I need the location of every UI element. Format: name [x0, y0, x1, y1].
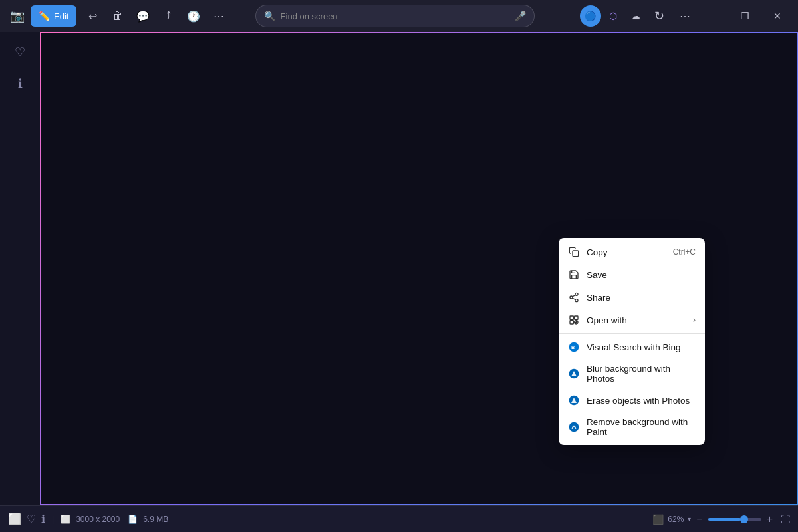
zoom-out-button[interactable]: −: [695, 513, 704, 525]
open-with-arrow: ›: [693, 315, 696, 325]
copy-label: Copy: [587, 247, 608, 257]
svg-rect-45: [370, 379, 383, 421]
share-icon: [568, 291, 580, 303]
context-menu: Copy Ctrl+C Save: [559, 238, 705, 445]
search-bar: 🔍 🎤: [255, 5, 535, 27]
zoom-thumb: [740, 515, 748, 523]
context-menu-copy[interactable]: Copy Ctrl+C: [559, 241, 705, 263]
open-with-label: Open with: [587, 315, 627, 325]
svg-point-57: [570, 296, 573, 299]
svg-point-38: [271, 364, 296, 376]
context-menu-share[interactable]: Share: [559, 286, 705, 309]
svg-rect-62: [575, 316, 578, 319]
save-icon: [568, 269, 580, 281]
save-label: Save: [587, 270, 607, 280]
svg-rect-49: [374, 324, 394, 328]
main-container: ♡ ℹ: [0, 32, 798, 505]
app-icon: 📷: [5, 4, 29, 28]
delete-button[interactable]: 🗑: [106, 4, 130, 28]
svg-rect-61: [570, 316, 573, 319]
photos-blur-icon: [568, 368, 580, 380]
statusbar-screen-icon[interactable]: ⬛: [652, 514, 664, 525]
sidebar-icon-2[interactable]: ℹ: [5, 69, 35, 98]
open-with-icon: [568, 314, 580, 326]
share-label: Share: [587, 293, 610, 303]
restore-button[interactable]: ❐: [730, 5, 761, 27]
context-menu-divider-1: [559, 333, 705, 334]
more-button[interactable]: ⋯: [673, 4, 697, 28]
erase-objects-label: Erase objects with Photos: [587, 396, 690, 406]
statusbar-dimensions: 3000 x 2000: [76, 515, 120, 524]
svg-rect-55: [573, 251, 579, 257]
share-button[interactable]: ⤴: [156, 4, 180, 28]
title-bar-left: 📷 ✏️ Edit ↩ 🗑 💬 ⤴ 🕐 ⋯: [5, 4, 231, 28]
image-viewer: Copy Ctrl+C Save: [40, 32, 798, 505]
svg-line-59: [573, 298, 576, 300]
context-menu-visual-search[interactable]: B Visual Search with Bing: [559, 336, 705, 358]
icon-button-1[interactable]: 🔵: [580, 5, 601, 27]
blur-bg-label: Blur background with Photos: [587, 364, 696, 384]
edit-button[interactable]: ✏️ Edit: [31, 5, 76, 27]
statusbar-icon-1[interactable]: ⬜: [8, 513, 21, 525]
svg-text:B: B: [571, 344, 575, 350]
copy-shortcut: Ctrl+C: [673, 247, 696, 257]
context-menu-erase-objects[interactable]: Erase objects with Photos: [559, 389, 705, 412]
zoom-fill: [708, 518, 741, 521]
svg-rect-53: [40, 32, 798, 35]
svg-rect-63: [570, 321, 573, 324]
left-sidebar: ♡ ℹ: [0, 32, 40, 505]
statusbar-zoom-value: 62%: [668, 515, 684, 524]
copy-icon: [568, 246, 580, 258]
icon-button-2[interactable]: ⬡: [602, 5, 624, 27]
svg-point-44: [367, 287, 402, 318]
statusbar-dimensions-icon: ⬜: [61, 515, 70, 524]
paint-remove-icon: [568, 421, 580, 433]
visual-search-label: Visual Search with Bing: [587, 342, 681, 352]
expand-icon[interactable]: ⛶: [781, 514, 790, 525]
zoom-control: ⬛ 62% ▾ − + ⛶: [652, 513, 790, 525]
svg-rect-52: [40, 32, 88, 505]
svg-rect-46: [386, 379, 398, 421]
mic-icon[interactable]: 🎤: [515, 11, 526, 21]
title-bar-right: 🔵 ⬡ ☁ ↻ ⋯ — ❐ ✕: [580, 4, 793, 28]
chevron-down-icon[interactable]: ▾: [688, 515, 691, 523]
zoom-slider[interactable]: [708, 518, 761, 521]
context-menu-save[interactable]: Save: [559, 263, 705, 286]
context-menu-remove-bg[interactable]: Remove background with Paint: [559, 412, 705, 442]
more-options-button[interactable]: ⋯: [207, 4, 231, 28]
statusbar-info-icon[interactable]: ℹ: [41, 513, 45, 525]
context-menu-open-with[interactable]: Open with ›: [559, 309, 705, 331]
svg-point-71: [569, 422, 579, 432]
sidebar-icon-1[interactable]: ♡: [5, 37, 35, 66]
top-icons: 🔵 ⬡ ☁: [580, 5, 646, 27]
title-bar: 📷 ✏️ Edit ↩ 🗑 💬 ⤴ 🕐 ⋯ 🔍 🎤 🔵 ⬡ ☁ ↻ ⋯ — ❐: [0, 0, 798, 32]
refresh-button[interactable]: ↻: [648, 4, 672, 28]
photos-erase-icon: [568, 394, 580, 406]
svg-point-58: [575, 299, 578, 302]
statusbar-heart-icon[interactable]: ♡: [27, 513, 36, 525]
statusbar-filesize-icon: 📄: [128, 515, 138, 524]
close-button[interactable]: ✕: [762, 5, 793, 27]
edit-label: Edit: [54, 11, 68, 21]
search-input[interactable]: [281, 11, 509, 21]
status-bar: ⬜ ♡ ℹ | ⬜ 3000 x 2000 📄 6.9 MB ⬛ 62% ▾ −…: [0, 505, 798, 532]
context-menu-blur-bg[interactable]: Blur background with Photos: [559, 358, 705, 389]
undo-button[interactable]: ↩: [80, 4, 104, 28]
svg-line-60: [573, 295, 576, 297]
svg-point-56: [575, 293, 578, 295]
search-icon: 🔍: [264, 11, 275, 21]
zoom-in-button[interactable]: +: [765, 513, 774, 525]
bing-icon: B: [568, 341, 580, 353]
svg-rect-54: [40, 502, 798, 505]
cloud-button[interactable]: ☁: [625, 5, 646, 27]
minimize-button[interactable]: —: [698, 5, 729, 27]
chat-button[interactable]: 💬: [131, 4, 155, 28]
history-button[interactable]: 🕐: [182, 4, 205, 28]
remove-bg-label: Remove background with Paint: [587, 417, 696, 437]
statusbar-filesize: 6.9 MB: [143, 515, 168, 524]
svg-point-37: [106, 360, 140, 374]
svg-point-40: [711, 366, 732, 376]
